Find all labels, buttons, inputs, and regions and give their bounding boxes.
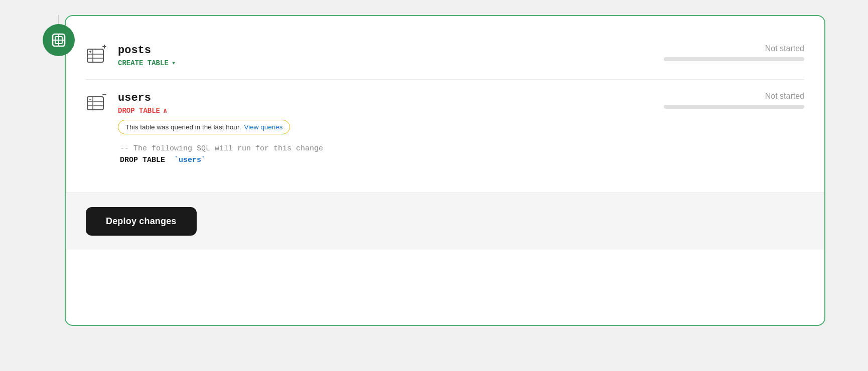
users-status-label: Not started — [765, 92, 804, 101]
warning-badge: This table was queried in the last hour.… — [118, 120, 290, 134]
sql-comment: -- The following SQL will run for this c… — [120, 144, 662, 153]
posts-status-label: Not started — [765, 44, 804, 53]
posts-chevron-down-icon: ▾ — [172, 59, 176, 67]
logo-icon — [43, 24, 75, 56]
sql-block: -- The following SQL will run for this c… — [118, 144, 664, 164]
view-queries-link[interactable]: View queries — [244, 123, 282, 131]
users-name: users — [118, 92, 664, 104]
deploy-changes-button[interactable]: Deploy changes — [86, 207, 197, 236]
users-left: users DROP TABLE ∧ This table was querie… — [86, 92, 664, 164]
warning-text: This table was queried in the last hour. — [125, 123, 241, 131]
users-status-area: Not started — [664, 92, 804, 109]
posts-action-label: CREATE TABLE — [118, 59, 169, 67]
posts-name: posts — [118, 44, 664, 57]
users-action[interactable]: DROP TABLE ∧ — [118, 106, 664, 115]
sql-keyword: DROP TABLE — [120, 156, 165, 164]
users-table-icon — [86, 92, 108, 114]
users-chevron-up-icon: ∧ — [163, 106, 167, 115]
users-progress-bar — [664, 105, 804, 109]
svg-rect-4 — [87, 49, 103, 62]
main-card: posts CREATE TABLE ▾ Not started — [65, 15, 825, 326]
card-footer: Deploy changes — [66, 193, 824, 250]
posts-progress-bar — [664, 57, 804, 61]
users-action-label: DROP TABLE — [118, 107, 160, 115]
sql-table-ref: `users` — [174, 156, 206, 164]
svg-rect-12 — [87, 97, 103, 110]
posts-info: posts CREATE TABLE ▾ — [118, 44, 664, 67]
posts-row: posts CREATE TABLE ▾ Not started — [86, 32, 804, 80]
sql-statement: DROP TABLE `users` — [120, 156, 662, 164]
users-row: users DROP TABLE ∧ This table was querie… — [86, 80, 804, 176]
posts-status-area: Not started — [664, 44, 804, 61]
users-info: users DROP TABLE ∧ This table was querie… — [118, 92, 664, 164]
posts-left: posts CREATE TABLE ▾ — [86, 44, 664, 67]
page-wrapper: posts CREATE TABLE ▾ Not started — [43, 15, 825, 326]
card-content: posts CREATE TABLE ▾ Not started — [66, 16, 824, 193]
posts-action[interactable]: CREATE TABLE ▾ — [118, 59, 664, 67]
posts-table-icon — [86, 44, 108, 66]
